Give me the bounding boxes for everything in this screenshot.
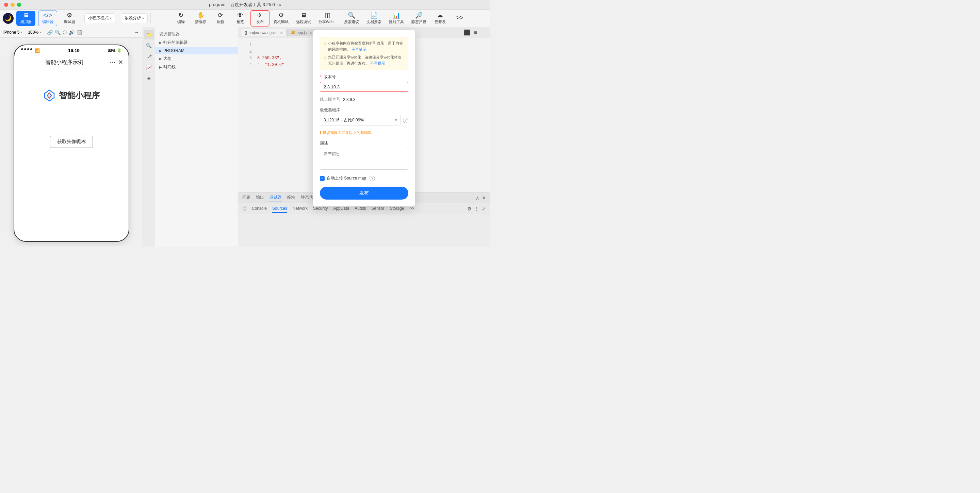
phone-nav-bar: 智能小程序示例 ⋯ ✕: [14, 56, 129, 69]
publish-submit-button[interactable]: 发布: [320, 187, 408, 200]
search-icon[interactable]: 🔍: [55, 30, 60, 35]
clear-button[interactable]: ✋ 清缓存: [191, 11, 210, 26]
simulator-icon: 🖥: [23, 12, 29, 18]
min-lib-select[interactable]: 3.120.16 – 占比0.09% ▾: [320, 115, 401, 125]
more-icon: >>: [456, 14, 463, 21]
share-web-button[interactable]: ◫ 分享Web...: [315, 11, 340, 26]
sim-toolbar: iPhone 5 ▾ 100% ▾ 🔗 🔍 ⬡ 🔊 📋 →: [0, 27, 143, 38]
phone-dots: 📶: [21, 48, 40, 53]
more-icon[interactable]: ⋯: [109, 59, 115, 66]
sim-icons: 🔗 🔍 ⬡ 🔊 📋: [47, 30, 82, 35]
chevron-right-icon: ▶: [159, 57, 162, 60]
search-icon[interactable]: 🔍: [144, 41, 154, 50]
preview-icon: 👁: [237, 12, 243, 18]
remote-debug-icon: 🖥: [301, 12, 307, 18]
sidebar: 📁 🔍 ⎇ 📈 ◈ 资源管理器 ▶ 打开的编辑器 ▶ PROGRAM ▶ 大纲 …: [143, 27, 238, 246]
editor-icon: </>: [43, 12, 52, 18]
forward-icon[interactable]: →: [134, 29, 139, 35]
sourcemap-checkbox[interactable]: ✓: [320, 176, 325, 181]
divider: [25, 29, 25, 35]
preview-button[interactable]: 👁 预览: [231, 11, 250, 26]
clear-icon: ✋: [197, 12, 205, 18]
link-icon[interactable]: 🔗: [47, 30, 53, 35]
battery-icon: 🔋: [117, 48, 122, 53]
get-avatar-button[interactable]: 获取头像昵称: [50, 136, 93, 148]
check-icon: ✓: [321, 176, 324, 180]
version-field: * 版本号: [320, 74, 408, 92]
warning-item-2: ℹ 您已开通分享web化，请确保分享web化体验无问题后，再进行发布。 不再提示: [324, 54, 404, 66]
scale-selector[interactable]: 100% ▾: [28, 30, 41, 35]
doc-search-icon: 📄: [370, 12, 378, 18]
files-icon[interactable]: 📁: [144, 30, 154, 40]
suggestion-text: ℹ 建议选择 3.210 以上的基础库: [320, 130, 408, 135]
phone-time: 16:19: [68, 48, 79, 53]
warning-icon: ℹ: [324, 41, 326, 52]
search-suggest-button[interactable]: 🔍 搜索建议: [340, 11, 363, 26]
cube-icon[interactable]: ⬡: [63, 30, 67, 35]
phone-logo-text: 智能小程序: [59, 90, 100, 101]
analytics-icon[interactable]: 📈: [144, 63, 154, 72]
git-icon[interactable]: ⎇: [144, 52, 154, 61]
maximize-button[interactable]: [17, 3, 21, 7]
doc-search-button[interactable]: 📄 文档搜索: [363, 11, 385, 26]
simulator-button[interactable]: 🖥 模拟器: [16, 11, 35, 26]
window-title: program – 百度开发者工具 3.25.0–rc: [209, 2, 281, 8]
phone-battery: 88%: [108, 49, 115, 53]
divider: [44, 29, 44, 35]
phone-status-right: 88% 🔋: [108, 48, 121, 53]
editor-area: {} project.swan.json ✕ JS app.js ✕ ⬛ ≡ ……: [238, 27, 490, 246]
remote-debug-button[interactable]: 🖥 远程调试: [293, 11, 314, 26]
chevron-down-icon: ▶: [159, 49, 162, 53]
baidu-logo-icon: [43, 89, 56, 101]
window-controls: [4, 3, 21, 7]
phone-content: 智能小程序 获取头像昵称: [14, 69, 129, 155]
sidebar-item-open-editors[interactable]: ▶ 打开的编辑器: [155, 38, 238, 47]
publish-dialog: ℹ 小程序包内容将被百度解析和收录，用于内容的风险控制。 不再提示 ℹ 您已开通…: [313, 30, 415, 206]
real-debug-button[interactable]: ⚙ 真机调试: [270, 11, 292, 26]
simulator-panel: iPhone 5 ▾ 100% ▾ 🔗 🔍 ⬡ 🔊 📋 →: [0, 27, 143, 246]
cloud-button[interactable]: ☁ 云开发: [430, 11, 450, 26]
close-button[interactable]: [4, 3, 8, 7]
version-input[interactable]: [320, 82, 408, 92]
real-debug-icon: ⚙: [278, 12, 284, 18]
sidebar-item-timeline[interactable]: ▶ 时间线: [155, 63, 238, 71]
help-icon[interactable]: ?: [369, 176, 375, 181]
chevron-down-icon: ▾: [395, 118, 397, 122]
static-scan-button[interactable]: 🔎 静态扫描: [408, 11, 430, 26]
mode-dropdown[interactable]: 小程序模式 ▾: [84, 13, 115, 23]
desc-label: 描述: [320, 140, 408, 146]
phone-title: 智能小程序示例: [20, 59, 109, 66]
phone-simulator: 📶 16:19 88% 🔋 智能小程序示例 ⋯ ✕: [14, 44, 129, 242]
no-remind-link-1[interactable]: 不再提示: [352, 47, 366, 51]
minimize-button[interactable]: [11, 3, 14, 7]
phone-frame: 📶 16:19 88% 🔋 智能小程序示例 ⋯ ✕: [0, 38, 143, 246]
no-remind-link-2[interactable]: 不再提示: [370, 61, 385, 65]
title-bar: program – 百度开发者工具 3.25.0–rc: [0, 0, 490, 10]
tree-title: 资源管理器: [155, 30, 238, 38]
compile-icon: ↻: [178, 12, 183, 18]
desc-textarea[interactable]: [320, 148, 408, 170]
refresh-button[interactable]: ⟳ 刷新: [211, 11, 230, 26]
code-icon[interactable]: ◈: [144, 73, 154, 83]
editor-button[interactable]: </> 编辑器: [38, 11, 57, 26]
publish-icon: ✈: [257, 12, 262, 18]
sidebar-item-outline[interactable]: ▶ 大纲: [155, 54, 238, 63]
sidebar-tree: 资源管理器 ▶ 打开的编辑器 ▶ PROGRAM ▶ 大纲 ▶ 时间线: [155, 27, 238, 246]
info-icon: ℹ: [320, 130, 321, 135]
doc-icon[interactable]: 📋: [76, 30, 82, 35]
perf-icon: 📊: [393, 12, 400, 18]
help-icon[interactable]: ?: [403, 117, 408, 123]
toolbar: 🌙 🖥 模拟器 </> 编辑器 ⚙ 调试器 小程序模式 ▾ 依赖分析 ▾ ↻ 编…: [0, 10, 490, 27]
divider: [150, 13, 151, 24]
perf-button[interactable]: 📊 性能工具: [385, 11, 407, 26]
device-selector[interactable]: iPhone 5 ▾: [3, 30, 22, 35]
volume-icon[interactable]: 🔊: [69, 30, 75, 35]
sidebar-item-program[interactable]: ▶ PROGRAM: [155, 47, 238, 54]
online-version-row: 线上版本号 2.3.9.3: [320, 97, 408, 102]
close-icon[interactable]: ✕: [118, 59, 123, 66]
compile-button[interactable]: ↻ 编译: [172, 11, 191, 26]
publish-button[interactable]: ✈ 发布: [250, 10, 269, 27]
debugger-button[interactable]: ⚙ 调试器: [60, 11, 79, 26]
dep-analysis-dropdown[interactable]: 依赖分析 ▾: [121, 13, 148, 23]
more-button[interactable]: >>: [450, 13, 469, 23]
